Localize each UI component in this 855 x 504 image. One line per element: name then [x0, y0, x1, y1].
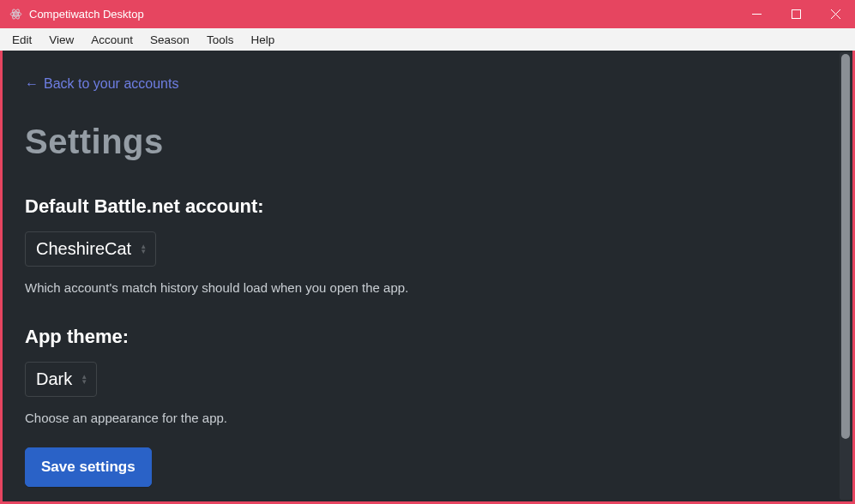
window-title: Competiwatch Desktop — [29, 8, 144, 21]
theme-select[interactable]: Dark ▲▼ — [25, 362, 97, 397]
select-caret-icon: ▲▼ — [140, 244, 147, 255]
select-caret-icon: ▲▼ — [81, 375, 87, 385]
close-button[interactable] — [816, 0, 855, 28]
menu-view[interactable]: View — [40, 31, 82, 49]
svg-point-1 — [10, 12, 21, 16]
scrollbar-thumb[interactable] — [841, 54, 850, 439]
arrow-left-icon: ← — [25, 76, 39, 92]
svg-point-0 — [15, 13, 17, 15]
menu-season[interactable]: Season — [141, 31, 198, 49]
theme-label: App theme: — [25, 326, 818, 348]
content-area: ← Back to your accounts Settings Default… — [3, 51, 852, 501]
titlebar: Competiwatch Desktop — [0, 0, 855, 28]
app-icon — [9, 8, 22, 21]
default-account-helper: Which account's match history should loa… — [25, 280, 818, 295]
back-link-label: Back to your accounts — [44, 76, 178, 92]
vertical-scrollbar[interactable] — [840, 52, 852, 500]
menu-help[interactable]: Help — [242, 31, 283, 49]
back-to-accounts-link[interactable]: ← Back to your accounts — [25, 76, 178, 92]
theme-helper: Choose an appearance for the app. — [25, 411, 818, 425]
window-controls — [737, 0, 855, 28]
theme-value: Dark — [36, 369, 72, 389]
default-account-value: CheshireCat — [36, 239, 131, 259]
svg-rect-4 — [792, 10, 800, 19]
save-settings-button[interactable]: Save settings — [25, 447, 152, 487]
page-title: Settings — [25, 123, 818, 161]
default-account-select[interactable]: CheshireCat ▲▼ — [25, 231, 156, 267]
minimize-button[interactable] — [737, 0, 776, 28]
menubar: Edit View Account Season Tools Help — [0, 28, 855, 51]
menu-account[interactable]: Account — [82, 31, 141, 49]
menu-edit[interactable]: Edit — [3, 31, 40, 49]
menu-tools[interactable]: Tools — [198, 31, 243, 49]
default-account-label: Default Battle.net account: — [25, 195, 818, 218]
maximize-button[interactable] — [776, 0, 816, 28]
